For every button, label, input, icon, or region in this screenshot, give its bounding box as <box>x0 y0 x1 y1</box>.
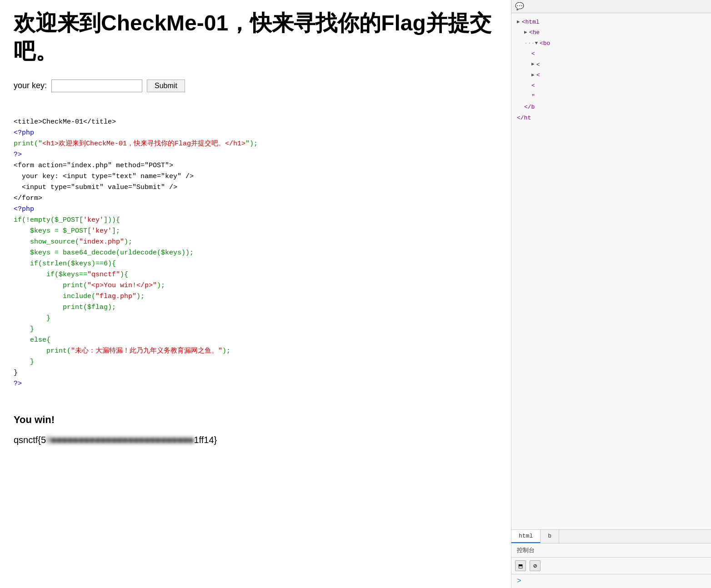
key-label: your key: <box>14 81 47 90</box>
tree-tag-c5: " <box>531 91 535 102</box>
flag-blurred: 0■■■■■■■■■■■■■■■■■■■■■■■■■■ <box>46 435 194 445</box>
devtools-btn-export[interactable]: ⬒ <box>515 560 526 571</box>
tab-html[interactable]: html <box>511 530 541 543</box>
tree-child-2: ▶ < <box>517 60 706 70</box>
tree-tag-c3[interactable]: < <box>536 70 540 80</box>
console-label: 控制台 <box>511 543 711 558</box>
source-code-block: <title>CheckMe-01</title> <?php print("<… <box>14 106 497 400</box>
form-area: your key: Submit <box>14 80 497 92</box>
tree-head: ▶ <he <box>517 27 706 38</box>
devtools-comment-icon: 💬 <box>515 2 524 11</box>
tree-tag-c2[interactable]: < <box>536 60 540 70</box>
tab-b[interactable]: b <box>541 530 559 543</box>
you-win-message: You win! <box>14 414 497 426</box>
tree-child-3: ▶ < <box>517 70 706 80</box>
flag-output: qsnctf{50■■■■■■■■■■■■■■■■■■■■■■■■■■1ff14… <box>14 435 497 445</box>
tree-body: ··· ▼ <bo <box>517 38 706 49</box>
devtools-bottom-toolbar: ⬒ ⊘ <box>511 558 711 574</box>
tree-tag-c4[interactable]: < <box>531 80 535 91</box>
devtools-prompt[interactable]: > <box>511 574 711 588</box>
tree-tag-close-body[interactable]: </b <box>524 102 535 112</box>
tree-child-1: < <box>517 49 706 59</box>
tree-close-html: </ht <box>517 113 706 123</box>
tree-arrow: ▶ <box>517 18 520 27</box>
flag-suffix: 1ff14} <box>194 435 217 445</box>
devtools-panel: 💬 ▶ <html ▶ <he ··· ▼ <bo < ▶ < ▶ < < <box>511 0 711 588</box>
main-content: 欢迎来到CheckMe-01，快来寻找你的Flag并提交吧。 your key:… <box>0 0 511 588</box>
tree-html: ▶ <html <box>517 17 706 27</box>
tree-tag-head[interactable]: <he <box>529 27 540 38</box>
page-title: 欢迎来到CheckMe-01，快来寻找你的Flag并提交吧。 <box>14 9 497 66</box>
tree-tag-close-html[interactable]: </ht <box>517 113 531 123</box>
devtools-toolbar: 💬 <box>511 0 711 13</box>
tree-tag-body[interactable]: <bo <box>540 38 550 49</box>
tree-tag-c1[interactable]: < <box>531 49 535 59</box>
devtools-btn-clear[interactable]: ⊘ <box>530 560 541 571</box>
tree-arrow: ▶ <box>524 28 527 37</box>
tree-arrow-c3: ▶ <box>531 71 535 80</box>
tree-tag-html[interactable]: <html <box>522 17 540 27</box>
tree-arrow-c2: ▶ <box>531 60 535 69</box>
tree-child-4: < <box>517 80 706 91</box>
tree-close-body: </b <box>517 102 706 112</box>
html-tree: ▶ <html ▶ <he ··· ▼ <bo < ▶ < ▶ < < " <box>511 13 711 529</box>
submit-button[interactable]: Submit <box>147 80 185 92</box>
tree-arrow-body: ▼ <box>535 39 538 48</box>
tree-dots: ··· <box>524 38 535 49</box>
devtools-tabs: html b <box>511 529 711 543</box>
tree-child-5: " <box>517 91 706 102</box>
flag-prefix: qsnctf{5 <box>14 435 46 445</box>
key-input[interactable] <box>51 80 142 92</box>
